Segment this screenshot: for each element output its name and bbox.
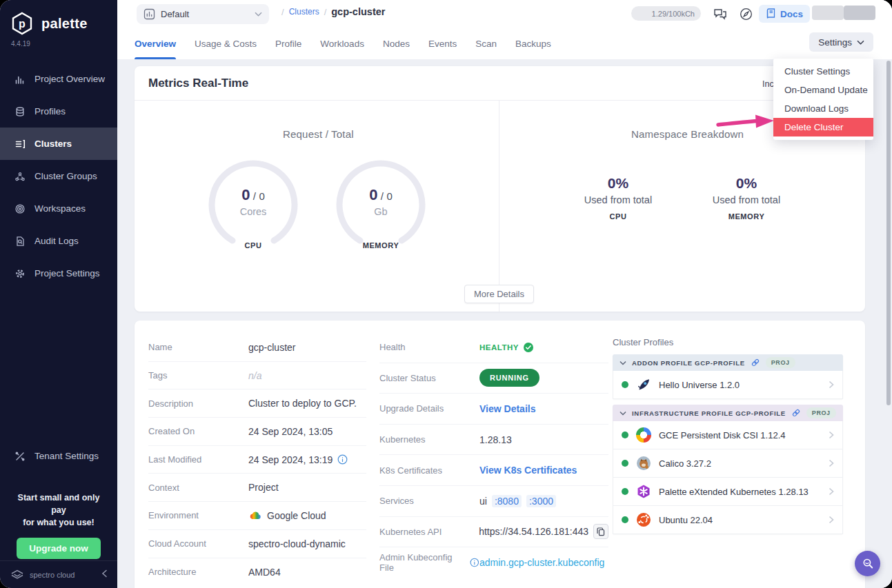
breadcrumb-separator: / [281,7,284,17]
status-badge: RUNNING [479,369,539,387]
sidebar-item-workspaces[interactable]: Workspaces [0,192,117,225]
tab-profile[interactable]: Profile [275,28,301,59]
api-endpoint-value: https://34.54.126.181:443 [479,526,588,537]
google-cloud-icon [248,510,262,520]
tab-nodes[interactable]: Nodes [383,28,410,59]
layers-icon [14,105,26,117]
sidebar-item-label: Tenant Settings [34,451,99,461]
sidebar-item-project-settings[interactable]: Project Settings [0,257,117,290]
breadcrumb-separator: / [324,7,327,17]
settings-button[interactable]: Settings [809,32,873,52]
whats-new-button[interactable] [737,5,755,23]
sidebar-item-cluster-groups[interactable]: Cluster Groups [0,160,117,192]
addon-profile-header[interactable]: ADDON PROFILE GCP-PROFILE PROJ [613,354,843,371]
tab-overview[interactable]: Overview [135,28,176,59]
service-port-link[interactable]: :8080 [492,495,522,507]
menu-item-delete-cluster[interactable]: Delete Cluster [773,118,873,136]
memory-gauge: 0 / 0 Gb MEMORY [336,160,426,251]
sidebar-item-label: Profiles [34,106,66,116]
percent-label: Used from total [684,194,809,205]
sidebar-footer: spectro cloud [0,560,117,588]
tab-backups[interactable]: Backups [515,28,551,59]
sidebar-item-clusters[interactable]: Clusters [0,128,117,160]
usage-quota-badge: 1.29/100kCh [631,6,701,21]
menu-item-download-logs[interactable]: Download Logs [773,99,873,118]
sidebar-item-audit-logs[interactable]: Audit Logs [0,225,117,257]
book-icon [766,8,776,19]
gce-disk-icon [636,427,651,443]
detail-row-kubernetes: Kubernetes 1.28.13 [379,425,608,456]
sidebar-item-label: Project Settings [34,268,100,278]
chevron-right-icon [829,487,834,496]
details-card: Name gcp-cluster Tags n/a Description Cl… [135,321,865,588]
profile-layer-gce-disk[interactable]: GCE Persistent Disk CSI 1.12.4 [613,421,843,449]
menu-item-cluster-settings[interactable]: Cluster Settings [773,62,873,81]
detail-row-k8s-certificates: K8s Certificates View K8s Certificates [379,455,608,486]
project-selector-value: Default [161,9,249,19]
network-nodes-icon [14,170,26,182]
profile-layer-name: Calico 3.27.2 [659,458,821,469]
detail-row-context: Context Project [148,474,366,502]
profile-layer-pxk[interactable]: Palette eXtended Kubernetes 1.28.13 [613,478,843,506]
view-details-link[interactable]: View Details [479,403,535,414]
metric-label: CPU [556,212,680,221]
tab-scan[interactable]: Scan [475,28,497,59]
palette-kubernetes-icon [636,484,651,499]
chevron-down-icon [255,12,262,17]
copy-button[interactable] [593,524,608,539]
kubeconfig-download-link[interactable]: admin.gcp-cluster.kubeconfig [479,557,604,568]
gauge-metric-label: CPU [208,241,298,250]
profile-layer-name: Hello Universe 1.2.0 [659,380,821,390]
tools-icon [14,450,26,462]
docs-button[interactable]: Docs [759,5,810,23]
gauge-unit: Cores [208,206,298,217]
tab-usage-costs[interactable]: Usage & Costs [195,28,257,59]
metrics-card: Metrics Real-Time Incl Request / Total N… [135,66,865,312]
sidebar-item-profiles[interactable]: Profiles [0,95,117,128]
feedback-button[interactable] [855,551,880,576]
project-selector[interactable]: Default [137,4,269,24]
status-dot [622,432,628,438]
view-certificates-link[interactable]: View K8s Certificates [479,465,577,476]
chat-bubbles-icon [713,8,727,20]
profile-layer-calico[interactable]: Calico 3.27.2 [613,449,843,478]
more-details-button[interactable]: More Details [464,285,534,303]
promo-text: Start small and only pay for what you us… [0,491,117,529]
profile-header-label: INFRASTRUCTURE PROFILE GCP-PROFILE [632,409,786,417]
compass-icon [740,8,753,21]
scope-badge: PROJ [806,407,836,418]
clusters-list-icon [14,138,26,150]
infrastructure-profile-header[interactable]: INFRASTRUCTURE PROFILE GCP-PROFILE PROJ [613,405,843,421]
tab-workloads[interactable]: Workloads [320,28,364,59]
sidebar-item-tenant-settings[interactable]: Tenant Settings [0,440,117,472]
detail-row-kubernetes-api: Kubernetes API https://34.54.126.181:443 [379,517,608,548]
upgrade-now-button[interactable]: Upgrade now [17,538,101,559]
sidebar-collapse-icon[interactable] [101,569,108,580]
profile-layer-name: Palette eXtended Kubernetes 1.28.13 [659,487,821,497]
detail-row-name: Name gcp-cluster [148,334,366,362]
divider [135,100,865,101]
chevron-right-icon [829,431,834,439]
profile-layer-hello-universe[interactable]: Hello Universe 1.2.0 [613,371,843,399]
chevron-right-icon [829,459,834,467]
info-icon[interactable] [337,454,348,465]
docs-label: Docs [780,9,803,19]
tab-events[interactable]: Events [428,28,457,59]
vertical-scrollbar[interactable] [886,61,891,405]
chat-button[interactable] [711,5,729,23]
gauge-separator: / [253,190,256,202]
cluster-profiles-title: Cluster Profiles [613,337,843,347]
service-port-link[interactable]: :3000 [526,495,556,507]
sidebar-item-project-overview[interactable]: Project Overview [0,63,117,95]
status-dot [622,516,628,523]
cpu-gauge: 0 / 0 Cores CPU [208,160,298,251]
profile-layer-ubuntu[interactable]: Ubuntu 22.04 [613,506,843,534]
app-version: 4.4.19 [0,36,117,48]
status-dot [622,460,628,467]
hello-universe-icon [636,377,651,392]
menu-item-on-demand-update[interactable]: On-Demand Update [773,81,873,99]
breadcrumb-link-clusters[interactable]: Clusters [289,7,319,17]
chevron-down-icon [857,40,864,45]
link-icon [791,408,801,418]
info-icon[interactable] [470,558,479,567]
